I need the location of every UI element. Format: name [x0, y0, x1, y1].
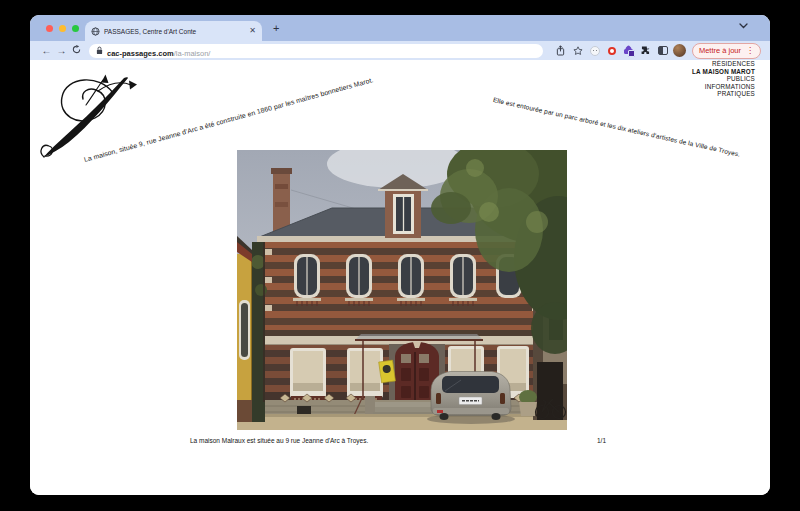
side-panel-button[interactable]	[656, 44, 670, 58]
gallery-image-maison-malraux[interactable]	[237, 150, 567, 430]
forward-button[interactable]: →	[54, 46, 69, 56]
puzzle-icon	[640, 45, 651, 56]
tab-title: PASSAGES, Centre d'Art Conte	[104, 28, 245, 35]
address-bar[interactable]: cac-passages.com/la-maison/	[89, 44, 543, 58]
browser-menu-icon[interactable]: ⋮	[746, 47, 754, 55]
nav-item-la-maison-marot[interactable]: LA MAISON MAROT	[692, 68, 755, 75]
back-button[interactable]: ←	[39, 46, 54, 56]
nav-item-pratiques[interactable]: PRATIQUES	[692, 90, 755, 97]
extensions-menu-button[interactable]	[639, 44, 653, 58]
browser-toolbar: ← → cac-passages.com/la-maison/	[30, 41, 770, 60]
browser-window: PASSAGES, Centre d'Art Conte ✕ + ← → cac…	[30, 15, 770, 495]
photo-caption: La maison Malraux est située au 9 rue Je…	[190, 437, 368, 444]
star-icon	[573, 46, 583, 56]
profile-button[interactable]	[673, 44, 687, 58]
nav-item-residences[interactable]: RÉSIDENCES	[692, 60, 755, 67]
gallery-pagination: 1/1	[597, 437, 606, 444]
extension-purple-button[interactable]	[622, 44, 636, 58]
zoom-window-button[interactable]	[72, 25, 79, 32]
browser-tab[interactable]: PASSAGES, Centre d'Art Conte ✕	[85, 21, 262, 41]
nav-item-informations[interactable]: INFORMATIONS	[692, 83, 755, 90]
globe-favicon-icon	[91, 27, 100, 36]
share-icon	[556, 45, 565, 56]
intro-text-right: Elle est entourée par un parc arboré et …	[492, 96, 740, 158]
nav-item-publics[interactable]: PUBLICS	[692, 75, 755, 82]
dots-extension-icon	[590, 46, 600, 56]
lock-icon	[96, 46, 103, 55]
bookmark-button[interactable]	[571, 44, 585, 58]
tab-search-chevron-icon[interactable]	[739, 23, 748, 29]
webpage: La maison, située 9, rue Jeanne d'Arc a …	[30, 60, 770, 495]
url-path: /la-maison/	[174, 49, 211, 58]
avatar	[673, 44, 686, 57]
extension-dots-button[interactable]	[588, 44, 602, 58]
side-panel-icon	[658, 46, 668, 55]
extension-red-button[interactable]	[605, 44, 619, 58]
reload-icon	[72, 45, 81, 54]
update-chrome-label: Mettre à jour	[699, 46, 741, 55]
minimize-window-button[interactable]	[59, 25, 66, 32]
reload-button[interactable]	[69, 45, 84, 56]
close-window-button[interactable]	[46, 25, 53, 32]
url-domain: cac-passages.com	[107, 49, 174, 58]
red-ring-extension-icon	[608, 47, 616, 55]
update-chrome-button[interactable]: Mettre à jour ⋮	[692, 43, 761, 59]
tab-close-icon[interactable]: ✕	[249, 27, 256, 35]
share-button[interactable]	[554, 44, 568, 58]
tab-strip: PASSAGES, Centre d'Art Conte ✕ +	[30, 15, 770, 41]
window-controls	[46, 25, 79, 32]
purple-extension-icon	[624, 46, 633, 55]
site-navigation: EXPOSITIONS RÉSIDENCES LA MAISON MAROT P…	[692, 60, 755, 97]
new-tab-button[interactable]: +	[273, 23, 279, 34]
